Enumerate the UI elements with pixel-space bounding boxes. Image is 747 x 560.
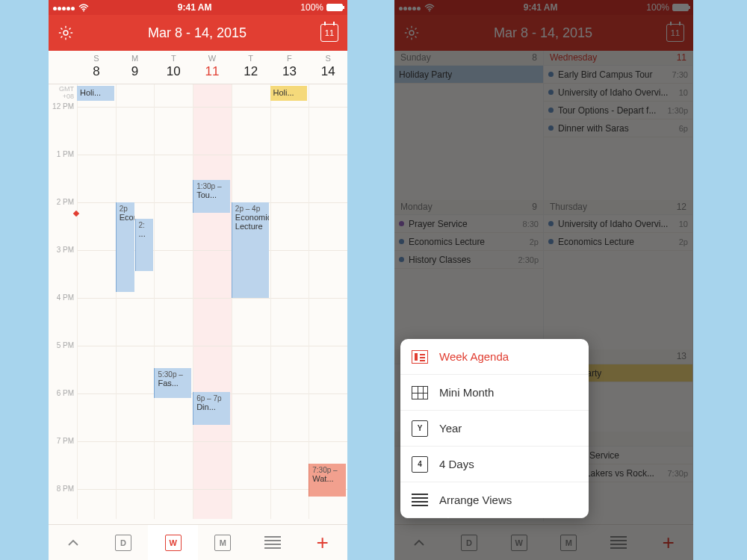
toolbar-list[interactable] <box>248 525 298 560</box>
wifi-icon <box>78 4 89 12</box>
toolbar-expand[interactable] <box>49 525 99 560</box>
popup-item-label: Week Agenda <box>439 350 509 363</box>
popup-item-label: 4 Days <box>439 458 474 470</box>
toolbar-add[interactable]: + <box>297 525 347 560</box>
event-title: Economics Lecture <box>235 213 266 231</box>
event-time: 2p – 4p <box>235 205 266 213</box>
hour-label: 5 PM <box>49 341 77 349</box>
popup-item-icon: Y <box>411 420 429 438</box>
event-title: Tou... <box>196 190 227 199</box>
view-picker-popup: Week AgendaMini MonthYYear44 DaysArrange… <box>400 339 589 518</box>
hour-label: 12 PM <box>49 102 77 111</box>
event-time: 6p – 7p <box>196 394 227 402</box>
phone-week-view: 9:41 AM 100% Mar 8 - 14, 2015 11 S8M9T10… <box>49 0 347 560</box>
popup-item-label: Arrange Views <box>439 494 512 506</box>
event-title: Fas... <box>158 379 188 388</box>
hour-line <box>77 298 347 299</box>
day-number: 14 <box>309 64 347 79</box>
day-separator <box>77 84 78 519</box>
calendar-event[interactable]: 5:30p –Fas... <box>154 368 191 398</box>
event-time: 7:30p – <box>312 466 343 474</box>
day-short: S <box>309 54 347 63</box>
calendar-event[interactable]: 7:30p –Wat... <box>309 464 346 497</box>
calendar-event[interactable]: 6p – 7pDin... <box>193 392 230 425</box>
day-header[interactable]: T12 <box>232 54 270 79</box>
today-column-highlight <box>193 84 232 519</box>
allday-event[interactable]: Holi... <box>77 86 114 101</box>
list-icon <box>264 536 281 549</box>
chevron-up-icon <box>66 536 80 550</box>
day-header[interactable]: W11 <box>193 54 232 79</box>
settings-icon[interactable] <box>58 25 74 41</box>
popup-item-icon <box>411 384 429 402</box>
battery-icon <box>326 4 343 11</box>
day-number: 9 <box>116 64 155 79</box>
day-header[interactable]: T10 <box>154 54 193 79</box>
day-number: 12 <box>232 64 270 79</box>
hour-label: 2 PM <box>49 198 77 206</box>
day-separator <box>309 84 309 519</box>
day-short: T <box>154 54 193 63</box>
popup-item-mini-month[interactable]: Mini Month <box>400 375 589 411</box>
event-title: Econo... <box>120 213 131 222</box>
day-separator <box>232 84 232 519</box>
event-time: 2p <box>120 205 131 213</box>
allday-event[interactable]: Holi... <box>270 86 308 101</box>
calendar-event[interactable]: 2:... <box>135 219 154 271</box>
day-short: M <box>116 54 155 63</box>
day-header[interactable]: F13 <box>270 54 309 79</box>
event-title: ... <box>139 229 151 238</box>
event-time: 2: <box>139 221 151 229</box>
toolbar-day[interactable]: D <box>99 525 149 560</box>
day-number: 10 <box>154 64 193 79</box>
week-grid[interactable]: GMT +08 12 PM1 PM2 PM3 PM4 PM5 PM6 PM7 P… <box>49 84 347 519</box>
day-separator <box>154 84 155 519</box>
day-header[interactable]: M9 <box>116 54 155 79</box>
day-number: 13 <box>270 64 309 79</box>
hour-label: 6 PM <box>49 389 77 397</box>
calendar-event[interactable]: 2p – 4pEconomics Lecture <box>232 202 269 298</box>
nav-title: Mar 8 - 14, 2015 <box>148 25 247 41</box>
hour-label: 8 PM <box>49 485 77 493</box>
day-header-row: S8M9T10W11T12F13S14 <box>49 51 347 84</box>
popup-item-4-days[interactable]: 44 Days <box>400 447 589 482</box>
day-short: T <box>232 54 270 63</box>
phone-popup-view: 9:41 AM 100% Mar 8 - 14, 2015 11 Sunday8… <box>394 0 693 560</box>
day-header[interactable]: S8 <box>77 54 116 79</box>
hour-label: 1 PM <box>49 150 77 158</box>
day-separator <box>270 84 271 519</box>
allday-row: Holi...Holi... <box>77 86 347 102</box>
popup-item-icon <box>411 348 429 366</box>
toolbar-month[interactable]: M <box>198 525 248 560</box>
hour-label: 7 PM <box>49 437 77 445</box>
calendar-event[interactable]: 2pEcono... <box>116 202 134 292</box>
popup-item-week-agenda[interactable]: Week Agenda <box>400 339 589 375</box>
popup-item-arrange-views[interactable]: Arrange Views <box>400 482 589 518</box>
day-header[interactable]: S14 <box>309 54 347 79</box>
svg-point-0 <box>83 10 84 11</box>
status-time: 9:41 AM <box>89 2 300 13</box>
bottom-toolbar: D W M + <box>49 524 347 560</box>
day-separator <box>193 84 193 519</box>
day-short: S <box>77 54 116 63</box>
day-number: 8 <box>77 64 116 79</box>
hour-label: 3 PM <box>49 246 77 254</box>
event-time: 1:30p – <box>196 182 227 190</box>
status-bar: 9:41 AM 100% <box>49 0 347 15</box>
popup-item-year[interactable]: YYear <box>400 411 589 447</box>
timezone-label: GMT +08 <box>49 86 74 101</box>
event-title: Wat... <box>312 474 343 483</box>
day-short: W <box>193 54 232 63</box>
calendar-event[interactable]: 1:30p –Tou... <box>193 180 230 213</box>
event-title: Din... <box>196 402 227 411</box>
event-time: 5:30p – <box>158 370 188 379</box>
toolbar-week[interactable]: W <box>148 525 198 560</box>
popup-item-label: Year <box>439 422 462 435</box>
plus-icon: + <box>317 531 329 555</box>
hour-line <box>77 441 347 442</box>
battery-pct: 100% <box>300 2 323 13</box>
hour-line <box>77 489 347 490</box>
popup-item-icon <box>411 491 429 509</box>
today-icon[interactable]: 11 <box>320 24 338 42</box>
popup-item-icon: 4 <box>411 455 429 473</box>
